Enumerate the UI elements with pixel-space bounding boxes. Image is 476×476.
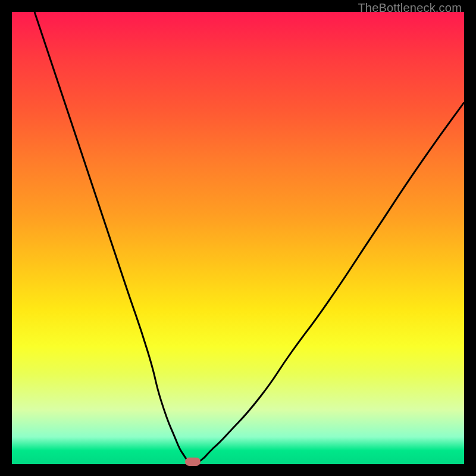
curve-svg bbox=[12, 12, 464, 464]
bottleneck-curve bbox=[35, 12, 464, 464]
minimum-marker bbox=[185, 458, 201, 466]
chart-frame: TheBottleneck.com bbox=[0, 0, 476, 476]
plot-area bbox=[12, 12, 464, 464]
